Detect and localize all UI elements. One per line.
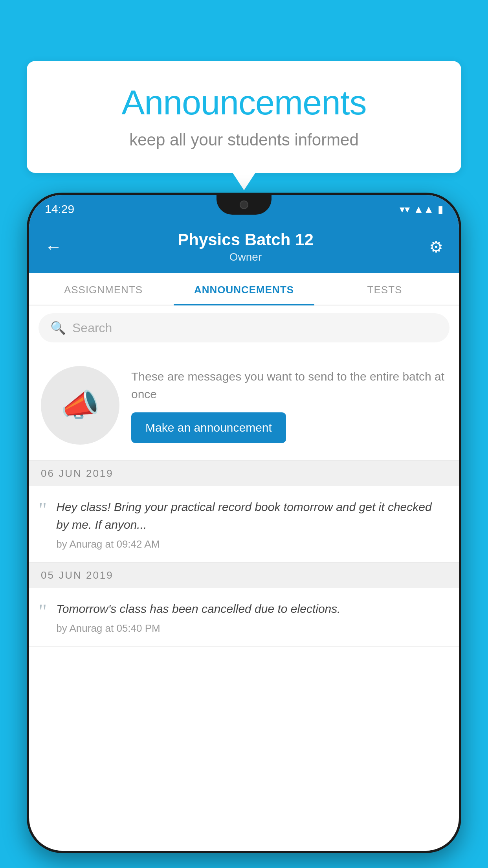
speech-bubble: Announcements keep all your students inf…	[27, 61, 461, 173]
promo-content: These are messages you want to send to t…	[131, 368, 447, 443]
back-button[interactable]: ←	[45, 237, 62, 257]
announcement-content-1: Hey class! Bring your practical record b…	[56, 498, 447, 550]
tab-assignments[interactable]: ASSIGNMENTS	[33, 273, 174, 305]
date-label-2: 05 JUN 2019	[41, 569, 114, 581]
wifi-icon: ▾▾	[400, 203, 410, 215]
announcement-content-2: Tomorrow's class has been cancelled due …	[56, 600, 447, 634]
megaphone-icon: 📣	[61, 387, 100, 424]
front-camera	[240, 200, 248, 209]
settings-button[interactable]: ⚙	[429, 238, 443, 256]
tabs-container: ASSIGNMENTS ANNOUNCEMENTS TESTS	[29, 273, 459, 305]
search-bar[interactable]: 🔍 Search	[39, 313, 449, 342]
date-separator-1: 06 JUN 2019	[29, 461, 459, 486]
announcement-text-2: Tomorrow's class has been cancelled due …	[56, 600, 447, 618]
make-announcement-button[interactable]: Make an announcement	[131, 412, 286, 443]
app-header: ← Physics Batch 12 Owner ⚙	[29, 223, 459, 273]
announcement-item-2[interactable]: " Tomorrow's class has been cancelled du…	[29, 588, 459, 647]
phone-frame: 14:29 ▾▾ ▲▲ ▮ ← Physics Batch 12 Owner ⚙	[27, 193, 461, 853]
date-label-1: 06 JUN 2019	[41, 467, 114, 479]
search-container: 🔍 Search	[29, 305, 459, 350]
status-time: 14:29	[45, 202, 74, 216]
bubble-title: Announcements	[50, 83, 438, 123]
header-center: Physics Batch 12 Owner	[62, 230, 429, 263]
announcement-author-1: by Anurag at 09:42 AM	[56, 538, 447, 550]
quote-icon-2: "	[39, 601, 47, 622]
announcement-text-1: Hey class! Bring your practical record b…	[56, 498, 447, 533]
phone-screen: 14:29 ▾▾ ▲▲ ▮ ← Physics Batch 12 Owner ⚙	[29, 195, 459, 851]
search-placeholder: Search	[72, 321, 112, 335]
date-separator-2: 05 JUN 2019	[29, 563, 459, 588]
announcement-promo: 📣 These are messages you want to send to…	[29, 350, 459, 461]
phone-wrapper: 14:29 ▾▾ ▲▲ ▮ ← Physics Batch 12 Owner ⚙	[27, 193, 461, 868]
battery-icon: ▮	[438, 203, 443, 215]
promo-icon-circle: 📣	[41, 366, 119, 445]
signal-icon: ▲▲	[414, 203, 434, 215]
header-subtitle: Owner	[62, 251, 429, 263]
bubble-subtitle: keep all your students informed	[50, 131, 438, 149]
announcement-item-1[interactable]: " Hey class! Bring your practical record…	[29, 486, 459, 563]
tab-announcements[interactable]: ANNOUNCEMENTS	[174, 273, 314, 305]
tab-tests[interactable]: TESTS	[314, 273, 455, 305]
promo-description: These are messages you want to send to t…	[131, 368, 447, 403]
phone-notch	[216, 195, 272, 215]
announcement-author-2: by Anurag at 05:40 PM	[56, 622, 447, 634]
status-icons: ▾▾ ▲▲ ▮	[400, 203, 443, 215]
search-icon: 🔍	[50, 320, 66, 335]
quote-icon-1: "	[39, 500, 47, 520]
speech-bubble-container: Announcements keep all your students inf…	[27, 61, 461, 173]
header-title: Physics Batch 12	[62, 230, 429, 249]
